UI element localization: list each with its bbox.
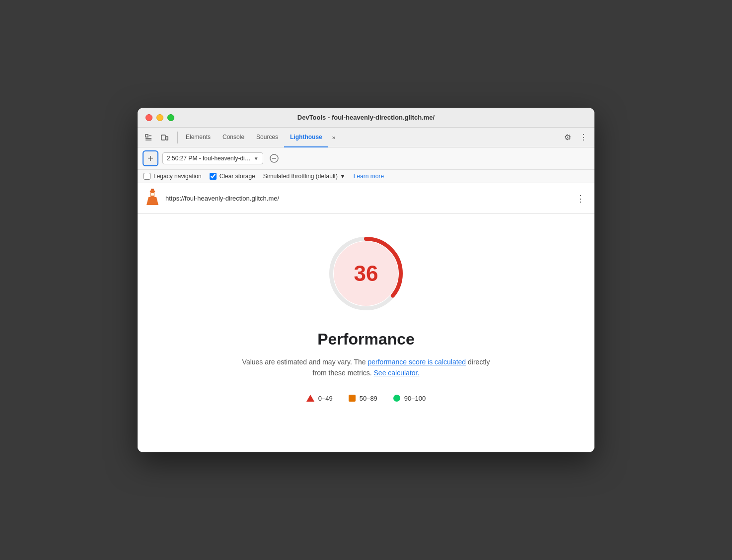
tab-console[interactable]: Console — [217, 128, 250, 147]
throttling-chevron-icon: ▼ — [340, 173, 346, 180]
clear-storage-checkbox[interactable] — [210, 173, 217, 180]
perf-score-link[interactable]: performance score is calculated — [368, 358, 466, 366]
more-options-icon[interactable]: ⋮ — [577, 131, 590, 144]
report-url: https://foul-heavenly-direction.glitch.m… — [165, 195, 569, 202]
clear-storage-option[interactable]: Clear storage — [210, 173, 255, 180]
score-number: 36 — [354, 261, 378, 286]
devtools-panel: Elements Console Sources Lighthouse » ⚙ … — [138, 128, 594, 452]
toolbar: + 2:50:27 PM - foul-heavenly-di… ▼ — [138, 147, 594, 170]
tab-more-button[interactable]: » — [328, 128, 340, 147]
legend-item-green: 90–100 — [393, 395, 426, 402]
title-bar: DevTools - foul-heavenly-direction.glitc… — [138, 108, 594, 128]
tab-bar-icons — [142, 131, 171, 144]
green-circle-icon — [393, 395, 400, 402]
legend-item-red: 0–49 — [306, 395, 333, 402]
svg-rect-0 — [146, 135, 148, 137]
svg-rect-11 — [151, 189, 154, 190]
options-bar: Legacy navigation Clear storage Simulate… — [138, 170, 594, 183]
report-row: https://foul-heavenly-direction.glitch.m… — [138, 183, 594, 214]
score-gauge: 36 — [321, 229, 411, 318]
close-button[interactable] — [146, 114, 152, 121]
legend-item-orange: 50–89 — [349, 395, 377, 402]
main-content: 36 Performance Values are estimated and … — [138, 214, 594, 452]
devtools-window: DevTools - foul-heavenly-direction.glitc… — [138, 108, 594, 452]
inspect-icon[interactable] — [142, 131, 155, 144]
lighthouse-report-icon — [145, 188, 160, 209]
throttling-dropdown[interactable]: Simulated throttling (default) ▼ — [263, 173, 346, 180]
url-selector[interactable]: 2:50:27 PM - foul-heavenly-di… ▼ — [162, 152, 263, 164]
tab-elements[interactable]: Elements — [180, 128, 217, 147]
legacy-navigation-checkbox[interactable] — [144, 173, 150, 180]
svg-rect-4 — [161, 135, 165, 140]
red-triangle-icon — [306, 395, 314, 402]
performance-description: Values are estimated and may vary. The p… — [237, 356, 495, 379]
new-report-button[interactable]: + — [143, 150, 158, 166]
clear-history-button[interactable] — [267, 151, 281, 165]
window-title: DevTools - foul-heavenly-direction.glitc… — [297, 114, 435, 121]
svg-marker-8 — [146, 197, 158, 205]
device-toggle-icon[interactable] — [157, 131, 171, 144]
orange-square-icon — [349, 395, 356, 402]
tab-lighthouse[interactable]: Lighthouse — [284, 128, 328, 147]
tab-bar-right: ⚙ ⋮ — [561, 131, 590, 144]
tab-bar: Elements Console Sources Lighthouse » ⚙ … — [138, 128, 594, 147]
traffic-lights — [146, 114, 174, 121]
settings-icon[interactable]: ⚙ — [561, 131, 575, 144]
minimize-button[interactable] — [156, 114, 163, 121]
tab-divider — [177, 132, 178, 143]
score-legend: 0–49 50–89 90–100 — [306, 395, 426, 402]
svg-rect-12 — [151, 193, 154, 196]
calculator-link[interactable]: See calculator. — [374, 369, 420, 377]
learn-more-link[interactable]: Learn more — [354, 173, 384, 180]
url-chevron-icon: ▼ — [254, 156, 259, 161]
svg-rect-5 — [166, 137, 168, 140]
report-menu-button[interactable]: ⋮ — [574, 192, 587, 206]
performance-title: Performance — [317, 330, 415, 349]
tab-sources[interactable]: Sources — [250, 128, 284, 147]
maximize-button[interactable] — [167, 114, 174, 121]
legacy-navigation-option[interactable]: Legacy navigation — [144, 173, 202, 180]
